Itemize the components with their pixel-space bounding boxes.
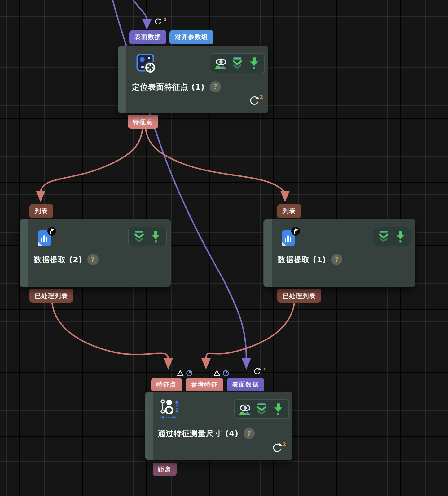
node-measure-dimension-by-features[interactable]: 通过特征测量尺寸 (4) ? 2	[145, 392, 292, 460]
port-out-distance[interactable]: 距离	[153, 463, 177, 476]
help-icon[interactable]: ?	[244, 428, 255, 439]
port-out-processed-list-left[interactable]: 已处理列表	[29, 289, 73, 303]
collapse-icon[interactable]	[376, 229, 391, 244]
connection-count-badge: 2	[253, 367, 266, 375]
port-in-list-left[interactable]: 列表	[29, 204, 53, 218]
connection-count-badge: 2	[154, 17, 166, 25]
edge-featpoints-to-list-left[interactable]	[41, 128, 143, 192]
port-out-feature-points[interactable]: 特征点	[128, 115, 158, 129]
loop-count-icon: 2	[272, 442, 286, 453]
node-accent-bar	[20, 219, 28, 287]
edge-arrowhead	[201, 358, 211, 370]
node-accent-bar	[118, 46, 126, 113]
node-graph-canvas[interactable]: 表面数据 对齐参数组 特征点 列表 已处理列表 列表 已处理列表 特征点 参考特…	[0, 0, 448, 496]
timer-icon	[186, 370, 193, 377]
port-out-processed-list-right[interactable]: 已处理列表	[277, 289, 321, 303]
data-extraction-icon	[279, 226, 302, 250]
edge-processed-right-to-reffeatures[interactable]	[206, 303, 294, 359]
node-toolbar	[210, 53, 265, 73]
loop-icon	[154, 17, 162, 25]
node-toolbar	[234, 399, 289, 419]
download-icon[interactable]	[271, 402, 285, 416]
help-icon[interactable]: ?	[87, 254, 99, 265]
node-locate-surface-feature-points[interactable]: 定位表面特征点 (1) ? 2	[118, 46, 268, 113]
port-type-badges	[213, 370, 230, 377]
node-data-extraction-2[interactable]: 数据提取 (2) ?	[20, 219, 171, 287]
node-title: 数据提取 (1)	[278, 255, 326, 265]
measure-dimension-icon	[160, 399, 181, 422]
port-in-feature-points[interactable]: 特征点	[151, 378, 182, 391]
help-icon[interactable]: ?	[331, 254, 342, 265]
node-title: 定位表面特征点 (1)	[132, 82, 205, 92]
download-icon[interactable]	[393, 229, 407, 244]
triangle-icon	[177, 370, 184, 377]
port-in-surface-data-bottom[interactable]: 表面数据	[227, 378, 264, 391]
port-type-badges	[177, 370, 193, 377]
edge-arrowhead	[242, 358, 251, 370]
port-in-list-right[interactable]: 列表	[277, 204, 301, 218]
triangle-icon	[213, 370, 221, 377]
collapse-icon[interactable]	[230, 56, 244, 70]
edge-arrowhead	[36, 191, 45, 202]
download-icon[interactable]	[247, 56, 261, 70]
collapse-icon[interactable]	[254, 402, 269, 416]
port-in-align-params[interactable]: 对齐参数组	[169, 30, 213, 44]
edge-arrowhead	[142, 19, 152, 30]
node-title: 通过特征测量尺寸 (4)	[158, 428, 239, 439]
port-in-reference-features[interactable]: 参考特征	[186, 378, 223, 391]
download-icon[interactable]	[149, 229, 163, 244]
node-accent-bar	[264, 219, 272, 287]
data-extraction-icon	[35, 226, 58, 250]
port-in-surface-data[interactable]: 表面数据	[129, 30, 166, 44]
visibility-icon[interactable]	[238, 402, 252, 416]
help-icon[interactable]: ?	[210, 81, 221, 92]
collapse-icon[interactable]	[132, 229, 146, 244]
edge-arrowhead	[280, 191, 290, 202]
node-accent-bar	[145, 392, 153, 460]
node-toolbar	[128, 227, 167, 246]
timer-icon	[222, 370, 230, 377]
node-data-extraction-1[interactable]: 数据提取 (1) ?	[263, 219, 415, 287]
loop-count-icon: 2	[249, 95, 263, 106]
node-title: 数据提取 (2)	[34, 255, 82, 265]
node-toolbar	[373, 227, 411, 246]
edge-arrowhead	[164, 358, 173, 370]
edge-surface-data-top[interactable]	[132, 0, 147, 20]
edge-processed-left-to-featpoints[interactable]	[52, 303, 168, 359]
surface-feature-points-icon	[136, 53, 156, 75]
loop-icon	[253, 367, 261, 375]
visibility-icon[interactable]	[213, 56, 228, 70]
